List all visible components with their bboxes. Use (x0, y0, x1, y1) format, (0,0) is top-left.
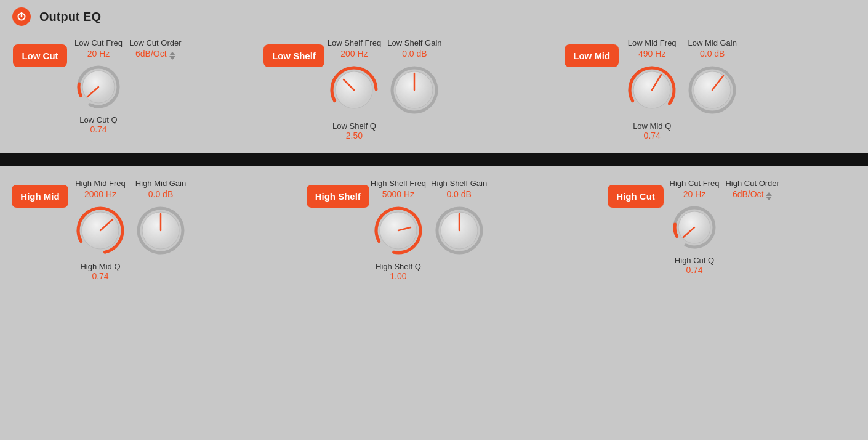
low-mid-q-value: 0.74 (644, 131, 661, 141)
low-mid-freq-value: 490 Hz (638, 49, 665, 59)
high-mid-q-label: High Mid Q (80, 262, 120, 271)
low-shelf-gain-value: 0.0 dB (402, 49, 427, 59)
low-cut-q-label: Low Cut Q (79, 115, 117, 124)
high-cut-stepper-up-icon[interactable] (766, 192, 772, 196)
high-cut-section: High Cut High Cut Freq 20 Hz (602, 179, 856, 275)
high-mid-gain-label: High Mid Gain (135, 179, 186, 188)
top-section: Low Cut Low Cut Freq 20 Hz (0, 33, 868, 153)
low-cut-order-stepper[interactable] (169, 52, 175, 60)
high-cut-freq-label: High Cut Freq (670, 179, 720, 188)
high-shelf-gain-label: High Shelf Gain (431, 179, 487, 188)
low-mid-freq-knob[interactable] (624, 62, 680, 118)
high-shelf-btn-col: High Shelf (310, 179, 366, 208)
low-cut-button[interactable]: Low Cut (13, 44, 66, 67)
high-mid-freq-label: High Mid Freq (75, 179, 126, 188)
power-button[interactable] (12, 7, 31, 26)
low-shelf-q-label: Low Shelf Q (332, 121, 376, 131)
top-bands: Low Cut Low Cut Freq 20 Hz (12, 38, 856, 141)
high-shelf-q-value: 1.00 (390, 271, 406, 281)
high-shelf-gain-knob[interactable] (432, 203, 487, 258)
low-cut-order-value: 6dB/Oct (135, 49, 167, 59)
low-cut-q-value: 0.74 (90, 124, 106, 134)
low-mid-gain-value: 0.0 dB (700, 49, 725, 59)
section-divider (0, 153, 868, 166)
high-cut-freq-value: 20 Hz (683, 189, 706, 199)
high-cut-btn-col: High Cut (608, 179, 664, 208)
high-mid-freq-knob[interactable] (73, 203, 128, 258)
low-shelf-btn-col: Low Shelf (266, 38, 321, 67)
high-mid-q-value: 0.74 (92, 271, 108, 281)
low-cut-btn-col: Low Cut (12, 38, 68, 67)
low-shelf-freq-knob[interactable] (326, 62, 382, 118)
low-cut-freq-label: Low Cut Freq (74, 38, 123, 47)
stepper-up-icon[interactable] (169, 52, 175, 55)
low-shelf-button[interactable]: Low Shelf (263, 44, 324, 67)
low-mid-button[interactable]: Low Mid (565, 44, 619, 67)
high-shelf-freq-value: 5000 Hz (382, 189, 414, 199)
low-shelf-gain-label: Low Shelf Gain (387, 38, 441, 47)
low-mid-q-label: Low Mid Q (633, 121, 671, 131)
bottom-bands: High Mid High Mid Freq 2000 Hz (12, 179, 856, 281)
high-mid-section: High Mid High Mid Freq 2000 Hz (12, 179, 304, 281)
high-cut-stepper-down-icon[interactable] (766, 197, 772, 200)
high-mid-button[interactable]: High Mid (12, 185, 68, 208)
high-mid-gain-knob[interactable] (133, 203, 188, 258)
high-mid-gain-value: 0.0 dB (148, 189, 173, 199)
low-shelf-freq-label: Low Shelf Freq (328, 38, 381, 47)
low-mid-btn-col: Low Mid (564, 38, 619, 67)
high-shelf-button[interactable]: High Shelf (307, 185, 369, 208)
low-cut-freq-value: 20 Hz (87, 49, 110, 59)
power-icon (17, 12, 26, 22)
low-shelf-gain-knob[interactable] (387, 62, 442, 118)
low-mid-freq-label: Low Mid Freq (628, 38, 677, 47)
high-cut-order-stepper[interactable] (766, 192, 772, 200)
stepper-down-icon[interactable] (169, 56, 175, 60)
low-cut-section: Low Cut Low Cut Freq 20 Hz (12, 38, 260, 134)
low-cut-order-label: Low Cut Order (129, 38, 182, 47)
high-mid-freq-value: 2000 Hz (84, 189, 116, 199)
low-cut-freq-knob[interactable] (74, 62, 123, 112)
high-cut-freq-knob[interactable] (670, 203, 719, 252)
header: Output EQ (0, 0, 868, 33)
high-mid-btn-col: High Mid (12, 179, 68, 208)
low-mid-section: Low Mid Low Mid Freq 490 Hz (558, 38, 856, 141)
bottom-section: High Mid High Mid Freq 2000 Hz (0, 166, 868, 293)
app-title: Output EQ (39, 10, 101, 24)
high-cut-q-value: 0.74 (686, 265, 702, 275)
high-cut-button[interactable]: High Cut (608, 185, 663, 208)
high-cut-order-value: 6dB/Oct (733, 189, 764, 199)
high-shelf-gain-value: 0.0 dB (446, 189, 471, 199)
high-shelf-section: High Shelf High Shelf Freq 5000 Hz (304, 179, 602, 281)
low-shelf-q-value: 2.50 (346, 131, 363, 141)
low-mid-gain-label: Low Mid Gain (688, 38, 736, 47)
high-cut-q-label: High Cut Q (675, 256, 714, 265)
high-shelf-freq-knob[interactable] (371, 203, 426, 258)
high-shelf-freq-label: High Shelf Freq (371, 179, 426, 188)
low-mid-gain-knob[interactable] (685, 62, 740, 118)
low-shelf-freq-value: 200 Hz (340, 49, 368, 59)
high-cut-order-label: High Cut Order (725, 179, 779, 188)
high-shelf-q-label: High Shelf Q (376, 262, 421, 271)
low-shelf-section: Low Shelf Low Shelf Freq 200 Hz (260, 38, 558, 141)
